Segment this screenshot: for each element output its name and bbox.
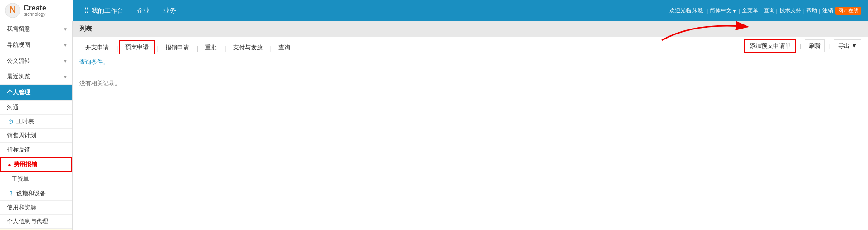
nav-workbench-label: 我的工作台 <box>92 7 123 15</box>
logo-icon: N <box>5 2 21 19</box>
lang-switch[interactable]: 简体中文 <box>710 7 731 15</box>
sidebar-item-profile[interactable]: 个人信息与代理 <box>0 215 72 229</box>
sidebar-item-recent[interactable]: 最近浏览 ▼ <box>0 69 72 85</box>
nav-business-label: 业务 <box>163 7 176 15</box>
svg-text:N: N <box>10 5 16 15</box>
sidebar-item-label: 我需留意 <box>7 25 30 33</box>
tab-expense-apply[interactable]: 开支申请 <box>79 41 115 54</box>
sidebar-item-label: 公文流转 <box>7 57 30 65</box>
online-badge: 网✓ 在线 <box>835 7 861 15</box>
tab-label: 开支申请 <box>85 44 109 51</box>
content-area: 列表 开支申请 | 预支申请 | 报销申请 | <box>73 21 868 230</box>
welcome-text: 欢迎光临 <box>669 7 691 15</box>
sidebar-item-label: 导航视图 <box>7 41 30 49</box>
tab-reimbursement[interactable]: 报销申请 <box>160 41 195 54</box>
sidebar-item-expense[interactable]: ● 费用报销 <box>0 157 72 172</box>
sidebar-item-woxuliu[interactable]: 我需留意 ▼ <box>0 21 72 37</box>
sidebar-item-personal[interactable]: 个人管理 <box>0 85 72 101</box>
sidebar-item-sales[interactable]: 销售周计划 <box>0 129 72 143</box>
chevron-down-icon: ▼ <box>63 27 68 32</box>
filter-area: 查询条件。 <box>73 54 868 70</box>
sidebar-item-doc[interactable]: 公文流转 ▼ <box>0 53 72 69</box>
nav-enterprise[interactable]: 企业 <box>130 3 156 19</box>
sidebar-item-nav[interactable]: 导航视图 ▼ <box>0 37 72 53</box>
sidebar-item-label: 个人管理 <box>7 88 30 97</box>
content-body: 没有相关记录。 <box>73 70 868 230</box>
sidebar-item-label: 最近浏览 <box>7 73 30 81</box>
tab-label: 报销申请 <box>166 44 189 51</box>
logo-technology: technology <box>24 12 46 17</box>
nav-workbench[interactable]: ⠿ 我的工作台 <box>77 3 130 19</box>
sidebar-item-kpi[interactable]: 指标反馈 <box>0 143 72 157</box>
tab-label: 支付与发放 <box>233 44 263 51</box>
tabs-bar: 开支申请 | 预支申请 | 报销申请 | 重批 | <box>73 37 868 54</box>
content-header: 列表 <box>73 21 868 37</box>
logo-area: N Create technology <box>0 0 73 21</box>
sidebar-item-facilities[interactable]: 🖨 设施和设备 <box>0 186 72 201</box>
sidebar-item-comms[interactable]: 沟通 <box>0 101 72 115</box>
help-link[interactable]: 帮助 <box>806 7 817 15</box>
tab-advance-apply[interactable]: 预支申请 <box>119 40 155 54</box>
nav-area: ⠿ 我的工作台 企业 业务 <box>73 0 669 21</box>
clock-icon: ⏱ <box>7 118 14 125</box>
logo-create: Create <box>24 4 46 12</box>
export-arrow-icon: ▼ <box>851 42 857 49</box>
tab-label: 重批 <box>205 44 217 51</box>
sidebar-item-label: 个人信息与代理 <box>7 217 48 225</box>
no-records-text: 没有相关记录。 <box>79 80 121 87</box>
nav-enterprise-label: 企业 <box>137 7 150 15</box>
sidebar-item-label: 指标反馈 <box>7 146 30 154</box>
full-menu-link[interactable]: 全菜单 <box>742 7 758 15</box>
chevron-down-icon: ▼ <box>63 43 68 48</box>
sidebar-item-label: 销售周计划 <box>7 132 36 140</box>
sidebar-item-resources[interactable]: 使用和资源 <box>0 201 72 215</box>
facility-icon: 🖨 <box>7 190 14 197</box>
tab-label: 预支申请 <box>125 44 149 50</box>
logout-link[interactable]: 注销 <box>822 7 833 15</box>
tab-label: 查询 <box>278 44 290 51</box>
sidebar-item-payroll[interactable]: 工资单 <box>0 172 72 186</box>
sidebar-item-label: 使用和资源 <box>7 203 36 211</box>
nav-business[interactable]: 业务 <box>156 3 183 19</box>
username: 朱毅 <box>692 7 703 15</box>
refresh-button[interactable]: 刷新 <box>805 39 825 52</box>
export-button[interactable]: 导出 ▼ <box>834 39 862 52</box>
tab-query[interactable]: 查询 <box>273 41 296 54</box>
chevron-down-icon: ▼ <box>63 74 68 79</box>
tab-payment[interactable]: 支付与发放 <box>227 41 268 54</box>
sidebar-item-label: 设施和设备 <box>16 189 46 197</box>
sidebar: 我需留意 ▼ 导航视图 ▼ 公文流转 ▼ 最近浏览 ▼ 个人管理 沟通 ⏱ 工时… <box>0 21 73 230</box>
filter-link[interactable]: 查询条件。 <box>79 59 109 65</box>
header-right-area: 欢迎光临 朱毅 | 简体中文 ▼ | 全菜单 | 查询 | 技术支持 | 帮助 … <box>669 0 868 21</box>
nav-grid-icon: ⠿ <box>84 6 89 15</box>
sidebar-item-label: 费用报销 <box>14 161 37 169</box>
content-tabs-area: 开支申请 | 预支申请 | 报销申请 | 重批 | <box>73 37 868 54</box>
export-label: 导出 <box>838 42 850 49</box>
expense-icon: ● <box>8 161 11 168</box>
sidebar-item-label: 沟通 <box>7 103 19 112</box>
tech-support-link[interactable]: 技术支持 <box>780 7 801 15</box>
sidebar-item-timesheet[interactable]: ⏱ 工时表 <box>0 115 72 129</box>
tab-reapprove[interactable]: 重批 <box>199 41 223 54</box>
chevron-down-icon: ▼ <box>63 59 68 64</box>
sidebar-item-label: 工时表 <box>16 117 34 126</box>
query-link[interactable]: 查询 <box>764 7 775 15</box>
add-advance-button[interactable]: 添加预支申请单 <box>744 39 796 53</box>
toolbar-right: 添加预支申请单 | 刷新 | 导出 ▼ <box>744 39 861 53</box>
sidebar-item-label: 工资单 <box>11 176 29 182</box>
